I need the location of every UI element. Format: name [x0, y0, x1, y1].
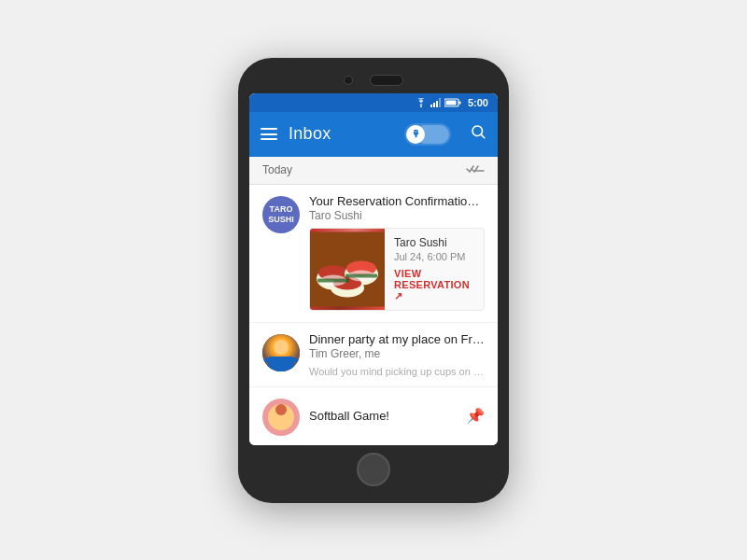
dinner-party-subject: Dinner party at my place on Friday — [309, 332, 485, 346]
signal-icon — [430, 98, 442, 107]
taro-sushi-avatar: TAROSUSHI — [262, 196, 300, 233]
svg-rect-3 — [436, 101, 438, 107]
svg-line-9 — [481, 134, 484, 137]
svg-rect-7 — [445, 100, 456, 105]
taro-sushi-subject: Your Reservation Confirmation for Ta... — [309, 194, 485, 208]
svg-point-22 — [274, 340, 289, 355]
tim-avatar-image — [262, 334, 300, 371]
phone-camera — [344, 76, 353, 85]
phone-screen: 5:00 Inbox — [249, 93, 498, 445]
app-title: Inbox — [289, 124, 393, 144]
taro-sushi-sender: Taro Sushi — [309, 209, 485, 222]
hamburger-button[interactable] — [261, 128, 277, 140]
section-label: Today — [262, 163, 292, 176]
dinner-party-preview: Would you mind picking up cups on your..… — [309, 366, 485, 377]
svg-point-0 — [420, 105, 422, 107]
reservation-card[interactable]: Taro Sushi Jul 24, 6:00 PM VIEW RESERVAT… — [309, 228, 485, 311]
svg-point-27 — [275, 404, 287, 415]
taro-sushi-email-content: Your Reservation Confirmation for Ta... … — [309, 194, 485, 313]
status-bar: 5:00 — [249, 93, 498, 112]
softball-content: Softball Game! — [309, 409, 466, 424]
wifi-icon — [415, 98, 428, 107]
email-item-taro-sushi[interactable]: TAROSUSHI Your Reservation Confirmation … — [249, 185, 498, 323]
pin-icon: 📌 — [466, 407, 485, 425]
svg-rect-20 — [317, 278, 349, 282]
reservation-restaurant: Taro Sushi — [394, 236, 474, 249]
email-item-softball[interactable]: Softball Game! 📌 — [249, 387, 498, 445]
check-all-icon[interactable] — [466, 162, 485, 178]
app-bar: Inbox — [249, 112, 498, 157]
phone-speaker — [370, 75, 403, 86]
tim-greer-avatar — [262, 334, 300, 371]
status-time: 5:00 — [468, 97, 488, 108]
search-button[interactable] — [470, 123, 486, 145]
svg-rect-21 — [345, 273, 377, 277]
home-button[interactable] — [357, 453, 390, 486]
reservation-info: Taro Sushi Jul 24, 6:00 PM VIEW RESERVAT… — [385, 229, 484, 310]
sushi-image — [310, 229, 385, 310]
svg-rect-4 — [439, 98, 441, 107]
dinner-party-content: Dinner party at my place on Friday Tim G… — [309, 332, 485, 377]
phone-top-bar — [249, 69, 498, 93]
svg-rect-6 — [458, 101, 460, 104]
phone-bottom-bar — [249, 445, 498, 492]
pin-toggle-icon — [406, 125, 425, 144]
dinner-party-sender: Tim Greer, me — [309, 347, 485, 360]
svg-rect-23 — [268, 357, 294, 371]
view-reservation-link[interactable]: VIEW RESERVATION ↗ — [394, 268, 474, 302]
phone-device: 5:00 Inbox — [238, 58, 509, 503]
reservation-date: Jul 24, 6:00 PM — [394, 251, 474, 262]
email-item-dinner-party[interactable]: Dinner party at my place on Friday Tim G… — [249, 323, 498, 387]
softball-avatar — [262, 399, 300, 436]
pin-toggle[interactable] — [404, 123, 451, 146]
svg-rect-2 — [433, 103, 435, 107]
status-icons: 5:00 — [415, 97, 488, 108]
softball-subject: Softball Game! — [309, 409, 466, 423]
svg-rect-1 — [430, 105, 432, 107]
section-header: Today — [249, 157, 498, 185]
battery-icon — [444, 98, 461, 107]
